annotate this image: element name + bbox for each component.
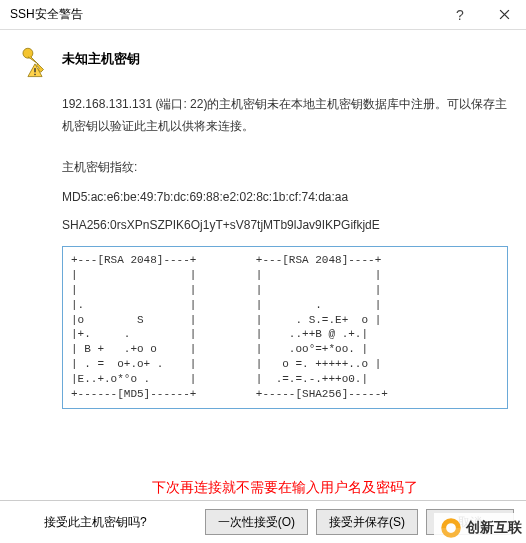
- svg-rect-0: [34, 68, 35, 72]
- fingerprint-md5: MD5:ac:e6:be:49:7b:dc:69:88:e2:02:8c:1b:…: [62, 190, 508, 204]
- dialog-heading: 未知主机密钥: [62, 44, 140, 68]
- annotation-text: 下次再连接就不需要在输入用户名及密码了: [152, 478, 512, 498]
- fingerprint-sha256: SHA256:0rsXPnSZPIK6Oj1yT+sV87tjMTb9lJav9…: [62, 218, 508, 232]
- svg-rect-1: [34, 74, 35, 75]
- accept-question: 接受此主机密钥吗?: [44, 514, 197, 531]
- dialog-content: 未知主机密钥 192.168.131.131 (端口: 22)的主机密钥未在本地…: [0, 30, 526, 409]
- watermark-icon: [438, 515, 464, 541]
- help-button[interactable]: ?: [438, 0, 482, 30]
- randomart-box: +---[RSA 2048]----+ +---[RSA 2048]----+ …: [62, 246, 508, 408]
- warning-message: 192.168.131.131 (端口: 22)的主机密钥未在本地主机密钥数据库…: [62, 94, 508, 137]
- accept-save-button[interactable]: 接受并保存(S): [316, 509, 418, 535]
- key-warning-icon: [18, 44, 52, 78]
- watermark-text: 创新互联: [466, 519, 522, 537]
- window-title: SSH安全警告: [10, 6, 438, 23]
- titlebar: SSH安全警告 ?: [0, 0, 526, 30]
- fingerprint-label: 主机密钥指纹:: [62, 159, 508, 176]
- close-icon: [499, 9, 510, 20]
- dialog-header: 未知主机密钥: [18, 44, 508, 78]
- watermark: 创新互联: [434, 513, 526, 543]
- close-button[interactable]: [482, 0, 526, 30]
- accept-once-button[interactable]: 一次性接受(O): [205, 509, 308, 535]
